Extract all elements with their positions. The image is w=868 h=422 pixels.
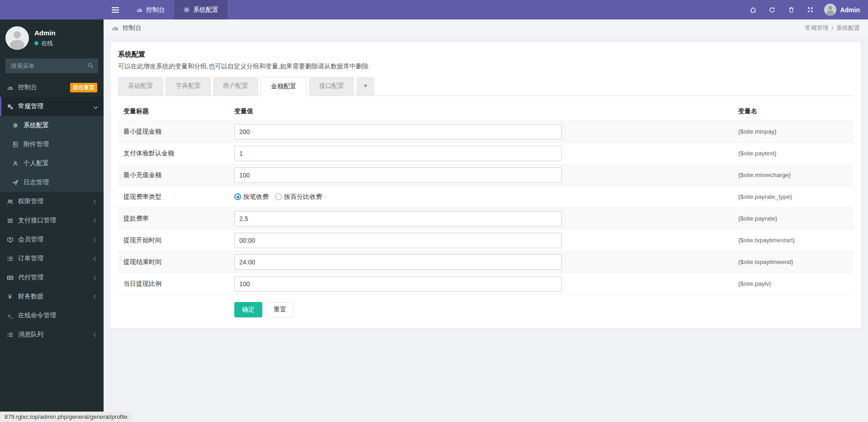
link-status-bar: 879.rglxc.top/admin.php/general/general/…	[0, 412, 132, 422]
config-input-payrate[interactable]	[234, 211, 562, 226]
row-title: 支付体验默认金额	[123, 149, 234, 158]
row-varname: {$site.minpay}	[738, 128, 849, 135]
search-icon[interactable]	[87, 62, 94, 69]
sidebar-item-label: 权限管理	[18, 197, 43, 206]
home-icon	[749, 6, 757, 14]
config-input-minrecharge[interactable]	[234, 168, 562, 183]
page-title: 系统配置	[118, 50, 854, 59]
sidebar-item-label: 订单管理	[18, 254, 43, 263]
menu-search-input[interactable]	[5, 58, 98, 73]
sidebar-item-log-management[interactable]: 日志管理	[0, 173, 104, 192]
submit-button[interactable]: 确定	[234, 302, 262, 317]
radio-option-percentage[interactable]: 按百分比收费	[275, 193, 322, 201]
breadcrumb-parent[interactable]: 常规管理	[805, 24, 828, 32]
tab-basic-config[interactable]: 基础配置	[118, 77, 163, 96]
sidebar-item-dashboard[interactable]: 控制台 后台首页	[0, 78, 104, 97]
avatar	[824, 4, 836, 16]
sidebar-item-message-queue[interactable]: 消息队列	[0, 325, 104, 344]
radio-unchecked-icon[interactable]	[275, 193, 282, 200]
radio-checked-icon[interactable]	[234, 193, 241, 200]
sidebar-menu: 控制台 后台首页 常规管理	[0, 78, 104, 344]
row-title: 提现开始时间	[123, 236, 234, 245]
main-area: 控制台 常规管理 / 系统配置 系统配置 可以在此增改系统的变量和分组,也可以自…	[104, 19, 868, 422]
user-menu[interactable]: Admin	[821, 4, 860, 16]
column-header-title: 变量标题	[123, 107, 234, 115]
chevron-left-icon	[94, 256, 98, 261]
table-row: 最小充值金额 {$site.minrecharge}	[118, 164, 854, 186]
table-row: 提款费率 {$site.payrate}	[118, 207, 854, 229]
config-input-paylv[interactable]	[234, 276, 562, 292]
page-description: 可以在此增改系统的变量和分组,也可以自定义分组和变量,如果需要删除请从数据库中删…	[118, 62, 854, 71]
sidebar-item-payment-api-management[interactable]: 支付接口管理	[0, 211, 104, 230]
queue-list-icon	[6, 331, 14, 338]
row-varname: {$site.txpaytimestart}	[738, 237, 849, 244]
sidebar-item-label: 常规管理	[18, 102, 43, 110]
sidebar-item-attachment-management[interactable]: 附件管理	[0, 135, 104, 154]
online-label: 在线	[41, 39, 53, 48]
reset-button[interactable]: 重置	[266, 302, 294, 317]
home-button[interactable]	[745, 0, 762, 19]
table-row: 提现费率类型 按笔收费 按百分比收费 {$site.payrate_type}	[118, 186, 854, 207]
tab-amount-config[interactable]: 金额配置	[261, 77, 307, 96]
dashboard-icon	[112, 24, 119, 32]
sidebar-item-payout-management[interactable]: 代付管理	[0, 268, 104, 287]
refresh-icon	[768, 6, 776, 14]
sidebar-item-general-management[interactable]: 常规管理	[0, 97, 104, 116]
sidebar-item-personal-config[interactable]: 个人配置	[0, 154, 104, 173]
row-title: 当日提现比例	[123, 280, 234, 288]
clear-cache-button[interactable]	[783, 0, 800, 19]
fullscreen-button[interactable]	[802, 0, 819, 19]
config-input-minpay[interactable]	[234, 124, 562, 139]
breadcrumb-bar: 控制台 常规管理 / 系统配置	[104, 19, 868, 37]
navbar-right-actions: Admin	[745, 0, 868, 19]
tab-merchant-config[interactable]: 商户配置	[213, 77, 258, 96]
sidebar-item-member-management[interactable]: 会员管理	[0, 230, 104, 249]
config-input-txpaytimeend[interactable]	[234, 254, 562, 270]
sidebar-toggle-button[interactable]	[104, 0, 127, 19]
nav-tab-system-config[interactable]: 系统配置	[174, 0, 228, 19]
row-title: 最小充值金额	[123, 171, 234, 179]
expand-icon	[807, 6, 814, 13]
sidebar-profile: Admin 在线	[0, 19, 104, 57]
sidebar: Admin 在线 控制台 后台首页	[0, 19, 104, 422]
breadcrumb-separator: /	[831, 25, 833, 32]
table-row: 最小提现金额 {$site.minpay}	[118, 120, 854, 142]
nav-tab-label: 系统配置	[193, 6, 218, 14]
home-badge: 后台首页	[70, 83, 97, 92]
refresh-button[interactable]	[764, 0, 781, 19]
radio-label: 按百分比收费	[284, 193, 322, 201]
column-header-value: 变量值	[234, 107, 738, 115]
users-icon	[6, 198, 14, 205]
list-icon	[6, 255, 14, 262]
radio-label: 按笔收费	[243, 193, 269, 201]
radio-option-per-transaction[interactable]: 按笔收费	[234, 193, 269, 201]
sidebar-item-online-command[interactable]: >_ 在线命令管理	[0, 306, 104, 325]
tab-api-config[interactable]: 接口配置	[309, 77, 354, 96]
hamburger-icon	[112, 6, 119, 14]
row-varname: {$site.payrate_type}	[738, 193, 849, 200]
row-title: 提现费率类型	[123, 193, 234, 201]
chevron-left-icon	[94, 199, 98, 204]
sidebar-item-label: 代付管理	[18, 273, 43, 282]
breadcrumb-current: 控制台	[123, 24, 142, 32]
sidebar-item-label: 附件管理	[24, 140, 49, 149]
sidebar-item-finance-data[interactable]: ¥ 财务数据	[0, 287, 104, 306]
config-input-paytest[interactable]	[234, 146, 562, 161]
sidebar-item-order-management[interactable]: 订单管理	[0, 249, 104, 268]
tab-add-group[interactable]: +	[356, 77, 375, 96]
config-input-txpaytimestart[interactable]	[234, 233, 562, 248]
config-tabs: 基础配置 字典配置 商户配置 金额配置 接口配置 +	[118, 77, 854, 96]
nav-tab-label: 控制台	[146, 6, 165, 14]
tab-dictionary-config[interactable]: 字典配置	[166, 77, 211, 96]
profile-name: Admin	[34, 29, 56, 37]
sidebar-item-label: 支付接口管理	[18, 216, 56, 225]
chevron-left-icon	[94, 275, 98, 280]
sidebar-item-permission-management[interactable]: 权限管理	[0, 192, 104, 211]
sidebar-item-system-config[interactable]: 系统配置	[0, 116, 104, 135]
nav-tab-dashboard[interactable]: 控制台	[127, 0, 174, 19]
chevron-left-icon	[94, 294, 98, 299]
sidebar-item-label: 个人配置	[24, 159, 49, 168]
table-header-row: 变量标题 变量值 变量名	[118, 102, 854, 120]
gear-icon	[183, 6, 190, 13]
chevron-left-icon	[94, 218, 98, 223]
